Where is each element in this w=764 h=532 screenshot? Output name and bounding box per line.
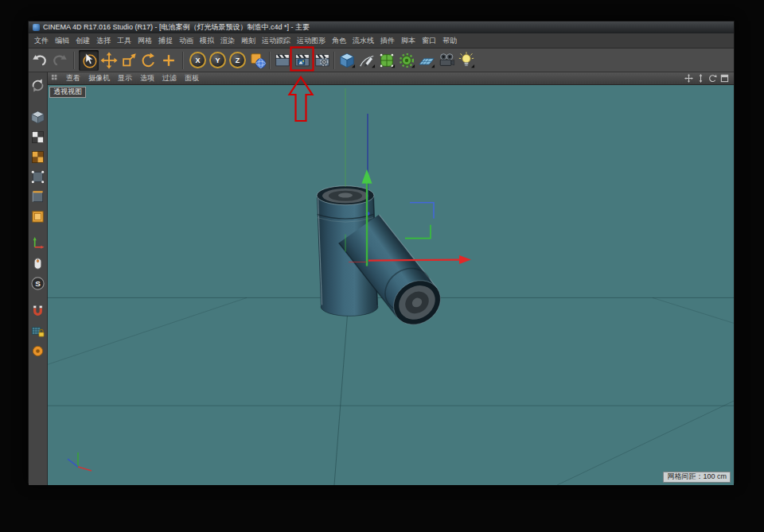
scale-tool-button[interactable] xyxy=(119,50,138,71)
rotate-tool-button[interactable] xyxy=(138,50,158,71)
menu-item-plugins[interactable]: 插件 xyxy=(377,34,398,48)
edit-render-settings-button[interactable] xyxy=(312,50,332,71)
gizmo-plane-handle-blue[interactable] xyxy=(410,203,434,219)
menu-item-mesh[interactable]: 网格 xyxy=(134,34,155,48)
workplane-mode-icon xyxy=(30,150,45,165)
viewport-rotate-button[interactable] xyxy=(708,74,717,83)
maximize-icon xyxy=(720,74,729,83)
menu-item-select[interactable]: 选择 xyxy=(93,34,114,48)
floor-button[interactable] xyxy=(416,50,436,71)
cube-icon xyxy=(338,52,356,69)
polygons-mode-icon xyxy=(30,209,45,224)
viewport-maximize-button[interactable] xyxy=(720,74,729,83)
live-selection-icon xyxy=(80,52,98,69)
camera-icon xyxy=(438,52,455,69)
pan-icon xyxy=(684,74,693,83)
magnet-snap-button[interactable] xyxy=(29,303,46,320)
menu-item-snap[interactable]: 捕捉 xyxy=(155,34,176,48)
camera-button[interactable] xyxy=(436,50,456,71)
lock-y-axis-button[interactable]: Y xyxy=(208,50,228,71)
snap-settings-button[interactable]: S xyxy=(29,275,46,292)
perspective-viewport[interactable]: 透视视图 xyxy=(48,85,734,485)
render-to-picture-viewer-button[interactable] xyxy=(292,50,312,71)
live-selection-button[interactable] xyxy=(79,50,99,71)
menu-item-window[interactable]: 窗口 xyxy=(419,34,439,48)
gizmo-plane-handle-green[interactable] xyxy=(405,225,431,239)
zoom-icon xyxy=(696,74,705,83)
spline-pen-button[interactable] xyxy=(357,50,376,71)
viewport-3d-scene[interactable] xyxy=(48,85,734,485)
vp-menu-options[interactable]: 选项 xyxy=(136,73,158,83)
light-button[interactable] xyxy=(456,50,476,71)
grid-spacing-badge: 网格间距：100 cm xyxy=(663,472,731,483)
cube-primitive-button[interactable] xyxy=(337,50,357,71)
viewport-name-tab[interactable]: 透视视图 xyxy=(49,87,86,98)
subdivision-surface-button[interactable] xyxy=(376,50,396,71)
titlebar: CINEMA 4D R17.016 Studio (R17) - [电池案例（灯… xyxy=(29,21,734,33)
workplane-lock-button[interactable] xyxy=(29,323,46,340)
gizmo-x-arrowhead[interactable] xyxy=(459,255,471,264)
vp-menu-display[interactable]: 显示 xyxy=(114,73,136,83)
texture-mode-button[interactable] xyxy=(29,129,46,146)
menu-item-script[interactable]: 脚本 xyxy=(398,34,419,48)
menu-item-file[interactable]: 文件 xyxy=(31,34,52,48)
gizmo-y-arrowhead[interactable] xyxy=(362,169,372,184)
workplane-mode-button[interactable] xyxy=(29,149,46,165)
lock-x-axis-button[interactable]: X xyxy=(188,50,208,71)
ground-grid xyxy=(48,297,734,485)
model-mode-button[interactable] xyxy=(29,109,46,126)
toolbar-separator xyxy=(333,52,335,69)
axis-center-button[interactable] xyxy=(29,343,46,359)
x-axis-label: X xyxy=(195,56,200,64)
model-mode-icon xyxy=(30,110,45,125)
coordinate-system-button[interactable] xyxy=(248,50,267,71)
menu-item-sculpt[interactable]: 雕刻 xyxy=(238,34,259,48)
rotate-icon xyxy=(140,52,158,69)
viewport-zoom-button[interactable] xyxy=(696,74,705,83)
mouse-icon xyxy=(30,256,45,271)
redo-button[interactable] xyxy=(49,50,69,71)
move-tool-button[interactable] xyxy=(99,50,119,71)
generator-gear-icon xyxy=(398,52,415,69)
gizmo-x-axis[interactable] xyxy=(368,260,460,261)
tweak-mode-button[interactable] xyxy=(29,255,46,272)
viewport-pan-button[interactable] xyxy=(684,74,693,83)
menu-item-motion-tracker[interactable]: 运动跟踪 xyxy=(259,34,294,48)
move-icon xyxy=(100,52,118,69)
points-mode-icon xyxy=(30,169,45,184)
menu-item-simulate[interactable]: 模拟 xyxy=(197,34,217,48)
menu-item-pipeline[interactable]: 流水线 xyxy=(349,34,377,48)
main-toolbar: X Y Z xyxy=(29,49,734,72)
toolbar-separator xyxy=(182,52,184,69)
world-axis-indicator xyxy=(68,452,92,471)
app-window: CINEMA 4D R17.016 Studio (R17) - [电池案例（灯… xyxy=(28,21,735,483)
menu-item-mograph[interactable]: 运动图形 xyxy=(294,34,329,48)
vp-menu-filter[interactable]: 过滤 xyxy=(158,73,181,83)
menu-item-character[interactable]: 角色 xyxy=(329,34,349,48)
vp-menu-view[interactable]: 查看 xyxy=(62,73,84,83)
make-editable-button[interactable] xyxy=(29,77,46,94)
enable-axis-button[interactable] xyxy=(29,235,46,252)
render-view-button[interactable] xyxy=(272,50,292,71)
viewport-nav-icons xyxy=(684,74,731,83)
menu-item-edit[interactable]: 编辑 xyxy=(52,34,72,48)
edges-mode-button[interactable] xyxy=(29,188,46,205)
generator-button[interactable] xyxy=(396,50,416,71)
polygons-mode-button[interactable] xyxy=(29,208,46,225)
undo-button[interactable] xyxy=(29,50,49,71)
last-tool-button[interactable] xyxy=(158,50,178,71)
lock-z-axis-button[interactable]: Z xyxy=(228,50,248,71)
points-mode-button[interactable] xyxy=(29,169,46,185)
menu-item-render[interactable]: 渲染 xyxy=(217,34,238,48)
vp-menu-panel[interactable]: 面板 xyxy=(181,73,203,83)
menu-item-tools[interactable]: 工具 xyxy=(114,34,134,48)
z-axis-label: Z xyxy=(236,56,240,64)
menu-item-create[interactable]: 创建 xyxy=(72,34,93,48)
menu-item-help[interactable]: 帮助 xyxy=(439,34,460,48)
vp-menu-cameras[interactable]: 摄像机 xyxy=(84,73,114,83)
menu-item-animate[interactable]: 动画 xyxy=(176,34,197,48)
pen-icon xyxy=(358,52,376,69)
menu-bar: 文件 编辑 创建 选择 工具 网格 捕捉 动画 模拟 渲染 雕刻 运动跟踪 运动… xyxy=(29,33,734,49)
axis-center-icon xyxy=(30,344,45,359)
undo-icon xyxy=(31,52,49,69)
